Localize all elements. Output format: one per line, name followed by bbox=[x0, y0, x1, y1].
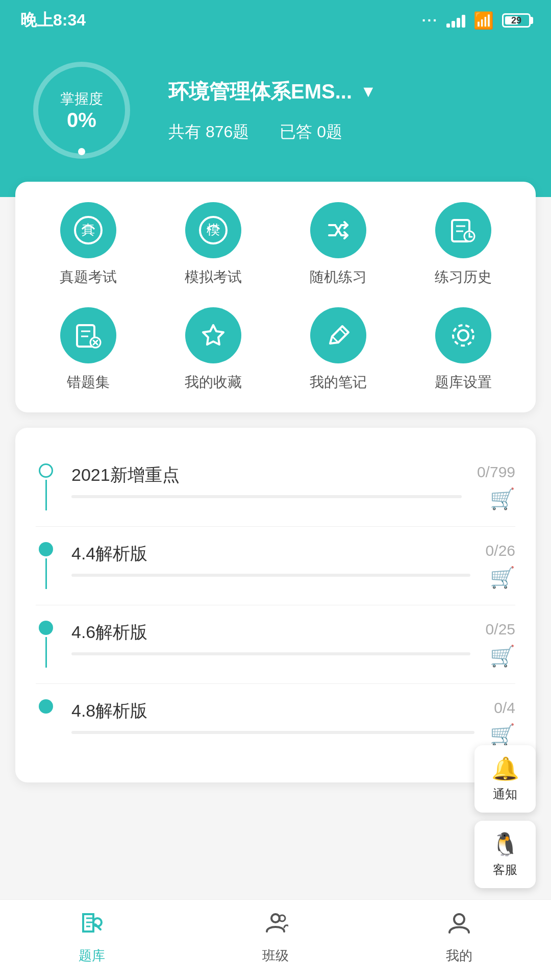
random-icon bbox=[310, 202, 366, 258]
chapter-name-2: 4.4解析版 bbox=[71, 542, 470, 566]
dropdown-icon[interactable]: ▼ bbox=[360, 82, 377, 101]
svg-marker-16 bbox=[203, 325, 223, 345]
chapter-content-3: 4.6解析版 bbox=[71, 621, 470, 655]
course-info: 环境管理体系EMS... ▼ 共有 876题 已答 0题 bbox=[168, 78, 525, 143]
function-item-history[interactable]: 练习历史 bbox=[406, 202, 520, 287]
circular-progress: 掌握度 0% bbox=[26, 54, 138, 166]
function-card: 真 真题考试 模 模拟考试 bbox=[15, 182, 536, 412]
chapter-count-3: 0/25 bbox=[486, 621, 515, 638]
notes-label: 我的笔记 bbox=[310, 373, 367, 392]
nav-item-mine[interactable]: 我的 bbox=[446, 910, 472, 965]
settings-icon bbox=[435, 307, 491, 363]
svg-point-24 bbox=[454, 914, 464, 924]
timeline-line-2 bbox=[45, 558, 47, 589]
chapter-progress-bar-2 bbox=[71, 574, 470, 577]
chapter-item-1[interactable]: 2021新增重点 0/799 🛒 bbox=[36, 448, 515, 527]
function-item-settings[interactable]: 题库设置 bbox=[406, 307, 520, 392]
course-title: 环境管理体系EMS... bbox=[168, 78, 352, 106]
timeline-dot-2 bbox=[39, 542, 53, 556]
function-item-real-exam[interactable]: 真 真题考试 bbox=[31, 202, 145, 287]
signal-dots: ··· bbox=[422, 12, 438, 29]
service-label: 客服 bbox=[493, 862, 517, 878]
status-time: 晚上8:34 bbox=[20, 9, 86, 32]
chapter-name-4: 4.8解析版 bbox=[71, 699, 474, 723]
total-questions: 共有 876题 bbox=[168, 121, 249, 143]
random-label: 随机练习 bbox=[310, 267, 367, 287]
chapter-count-2: 0/26 bbox=[486, 542, 515, 559]
notes-icon bbox=[310, 307, 366, 363]
cart-icon-3[interactable]: 🛒 bbox=[490, 644, 515, 668]
banji-label: 班级 bbox=[262, 947, 289, 965]
service-button[interactable]: 🐧 客服 bbox=[474, 821, 536, 888]
chapter-progress-bar-3 bbox=[71, 652, 470, 655]
svg-point-19 bbox=[458, 330, 468, 340]
function-item-mock-exam[interactable]: 模 模拟考试 bbox=[156, 202, 270, 287]
mine-label: 我的 bbox=[446, 947, 472, 965]
favorites-label: 我的收藏 bbox=[185, 373, 242, 392]
timeline-line-3 bbox=[45, 637, 47, 668]
timeline-dot-4 bbox=[39, 699, 53, 714]
notification-icon: 🔔 bbox=[491, 755, 519, 782]
status-right: ··· 📶 29 bbox=[422, 11, 531, 30]
cart-icon-4[interactable]: 🛒 bbox=[490, 723, 515, 747]
chapter-name-3: 4.6解析版 bbox=[71, 621, 470, 644]
course-title-row[interactable]: 环境管理体系EMS... ▼ bbox=[168, 78, 525, 106]
progress-value: 0% bbox=[60, 109, 103, 132]
chapter-right-1: 0/799 🛒 bbox=[477, 463, 515, 511]
chapter-right-2: 0/26 🛒 bbox=[486, 542, 515, 590]
real-exam-icon: 真 bbox=[60, 202, 116, 258]
progress-label: 掌握度 bbox=[60, 89, 103, 109]
notification-button[interactable]: 🔔 通知 bbox=[474, 745, 536, 813]
nav-item-tiku[interactable]: 题库 bbox=[79, 910, 105, 965]
svg-point-20 bbox=[453, 325, 473, 346]
chapter-count-1: 0/799 bbox=[477, 463, 515, 481]
chapter-name-1: 2021新增重点 bbox=[71, 463, 462, 487]
mock-exam-label: 模拟考试 bbox=[185, 267, 242, 287]
history-label: 练习历史 bbox=[435, 267, 492, 287]
chapter-count-4: 0/4 bbox=[494, 699, 515, 717]
timeline-dot-1 bbox=[39, 463, 53, 478]
chapter-item-2[interactable]: 4.4解析版 0/26 🛒 bbox=[36, 527, 515, 605]
settings-label: 题库设置 bbox=[435, 373, 492, 392]
svg-line-17 bbox=[332, 336, 338, 342]
wrong-set-icon bbox=[60, 307, 116, 363]
tiku-icon bbox=[79, 910, 105, 942]
chapter-item-3[interactable]: 4.6解析版 0/25 🛒 bbox=[36, 605, 515, 684]
mock-exam-icon: 模 bbox=[185, 202, 241, 258]
chapter-content-2: 4.4解析版 bbox=[71, 542, 470, 577]
chapter-content-1: 2021新增重点 bbox=[71, 463, 462, 498]
function-item-favorites[interactable]: 我的收藏 bbox=[156, 307, 270, 392]
wifi-icon: 📶 bbox=[473, 11, 494, 30]
tiku-label: 题库 bbox=[79, 947, 105, 965]
status-bar: 晚上8:34 ··· 📶 29 bbox=[0, 0, 551, 39]
function-item-notes[interactable]: 我的笔记 bbox=[281, 307, 395, 392]
signal-icon bbox=[446, 13, 465, 28]
chapter-right-3: 0/25 🛒 bbox=[486, 621, 515, 668]
chapter-card: 2021新增重点 0/799 🛒 4.4解析版 0/26 🛒 bbox=[15, 428, 536, 782]
chapter-right-4: 0/4 🛒 bbox=[490, 699, 515, 747]
header-area: 掌握度 0% 环境管理体系EMS... ▼ 共有 876题 已答 0题 bbox=[0, 39, 551, 197]
mine-icon bbox=[446, 910, 472, 942]
notification-label: 通知 bbox=[493, 786, 517, 802]
chapter-content-4: 4.8解析版 bbox=[71, 699, 474, 734]
chapter-progress-bar-4 bbox=[71, 731, 474, 734]
function-grid: 真 真题考试 模 模拟考试 bbox=[31, 202, 520, 392]
svg-text:真: 真 bbox=[82, 222, 95, 237]
wrong-set-label: 错题集 bbox=[67, 373, 110, 392]
real-exam-label: 真题考试 bbox=[60, 267, 117, 287]
battery-icon: 29 bbox=[502, 13, 531, 28]
floating-buttons: 🔔 通知 🐧 客服 bbox=[474, 745, 536, 888]
function-item-wrong-set[interactable]: 错题集 bbox=[31, 307, 145, 392]
chapter-progress-bar-1 bbox=[71, 495, 462, 498]
chapter-item-4[interactable]: 4.8解析版 0/4 🛒 bbox=[36, 684, 515, 762]
function-item-random[interactable]: 随机练习 bbox=[281, 202, 395, 287]
cart-icon-1[interactable]: 🛒 bbox=[490, 487, 515, 511]
service-icon: 🐧 bbox=[491, 831, 519, 857]
banji-icon bbox=[263, 910, 288, 942]
favorites-icon bbox=[185, 307, 241, 363]
nav-item-banji[interactable]: 班级 bbox=[262, 910, 289, 965]
history-icon bbox=[435, 202, 491, 258]
cart-icon-2[interactable]: 🛒 bbox=[490, 566, 515, 590]
timeline-line-1 bbox=[45, 480, 47, 510]
bottom-nav: 题库 班级 我的 bbox=[0, 899, 551, 980]
